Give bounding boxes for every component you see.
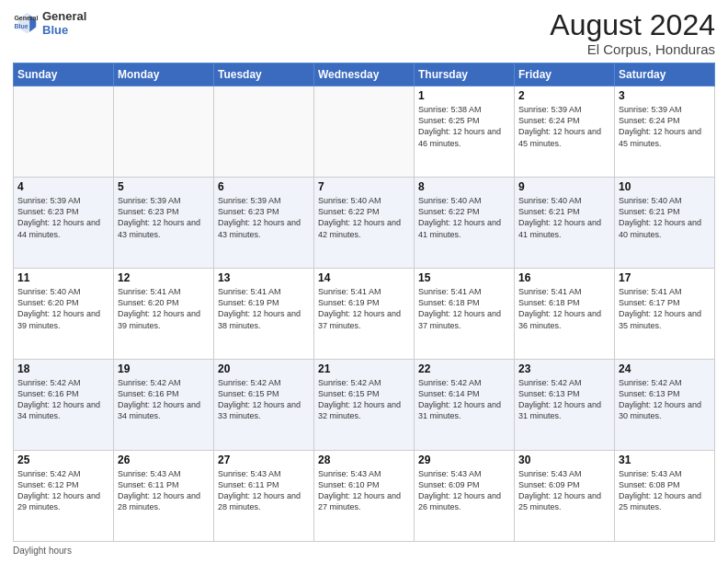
day-info: Sunrise: 5:43 AMSunset: 6:10 PMDaylight:…: [318, 468, 410, 513]
table-row: 17Sunrise: 5:41 AMSunset: 6:17 PMDayligh…: [615, 269, 715, 360]
day-info: Sunrise: 5:39 AMSunset: 6:23 PMDaylight:…: [118, 195, 210, 240]
col-sunday: Sunday: [14, 63, 114, 86]
day-number: 3: [619, 89, 711, 102]
day-info: Sunrise: 5:43 AMSunset: 6:08 PMDaylight:…: [619, 468, 711, 513]
col-wednesday: Wednesday: [314, 63, 415, 86]
day-number: 19: [118, 362, 210, 375]
table-row: 2Sunrise: 5:39 AMSunset: 6:24 PMDaylight…: [515, 86, 615, 178]
table-row: 26Sunrise: 5:43 AMSunset: 6:11 PMDayligh…: [114, 451, 214, 542]
day-info: Sunrise: 5:42 AMSunset: 6:13 PMDaylight:…: [518, 377, 610, 422]
calendar-week-row: 11Sunrise: 5:40 AMSunset: 6:20 PMDayligh…: [14, 269, 715, 360]
day-info: Sunrise: 5:43 AMSunset: 6:11 PMDaylight:…: [218, 468, 310, 513]
table-row: 3Sunrise: 5:39 AMSunset: 6:24 PMDaylight…: [615, 86, 715, 178]
day-info: Sunrise: 5:40 AMSunset: 6:22 PMDaylight:…: [418, 195, 510, 240]
day-info: Sunrise: 5:43 AMSunset: 6:11 PMDaylight:…: [118, 468, 210, 513]
month-title: August 2024: [550, 9, 715, 41]
day-number: 28: [318, 454, 410, 466]
table-row: 25Sunrise: 5:42 AMSunset: 6:12 PMDayligh…: [14, 451, 114, 542]
table-row: 9Sunrise: 5:40 AMSunset: 6:21 PMDaylight…: [515, 178, 615, 269]
table-row: 8Sunrise: 5:40 AMSunset: 6:22 PMDaylight…: [415, 178, 515, 269]
title-area: August 2024 El Corpus, Honduras: [550, 9, 715, 57]
day-number: 10: [619, 180, 711, 193]
day-number: 16: [518, 271, 610, 284]
day-number: 5: [118, 180, 210, 193]
day-number: 23: [518, 362, 610, 375]
calendar-header-row: Sunday Monday Tuesday Wednesday Thursday…: [14, 63, 715, 86]
day-number: 6: [218, 180, 310, 193]
table-row: 27Sunrise: 5:43 AMSunset: 6:11 PMDayligh…: [214, 451, 314, 542]
day-info: Sunrise: 5:42 AMSunset: 6:16 PMDaylight:…: [118, 377, 210, 422]
day-info: Sunrise: 5:41 AMSunset: 6:18 PMDaylight:…: [518, 286, 610, 331]
day-number: 29: [418, 454, 510, 466]
table-row: 23Sunrise: 5:42 AMSunset: 6:13 PMDayligh…: [515, 360, 615, 451]
table-row: 16Sunrise: 5:41 AMSunset: 6:18 PMDayligh…: [515, 269, 615, 360]
day-number: 22: [418, 362, 510, 375]
day-number: 15: [418, 271, 510, 284]
day-info: Sunrise: 5:39 AMSunset: 6:23 PMDaylight:…: [218, 195, 310, 240]
day-number: 31: [619, 454, 711, 466]
day-number: 18: [17, 362, 109, 375]
table-row: 22Sunrise: 5:42 AMSunset: 6:14 PMDayligh…: [415, 360, 515, 451]
calendar-week-row: 4Sunrise: 5:39 AMSunset: 6:23 PMDaylight…: [14, 178, 715, 269]
table-row: 7Sunrise: 5:40 AMSunset: 6:22 PMDaylight…: [314, 178, 415, 269]
table-row: 18Sunrise: 5:42 AMSunset: 6:16 PMDayligh…: [14, 360, 114, 451]
table-row: 15Sunrise: 5:41 AMSunset: 6:18 PMDayligh…: [415, 269, 515, 360]
day-info: Sunrise: 5:43 AMSunset: 6:09 PMDaylight:…: [518, 468, 610, 513]
table-row: [314, 86, 415, 178]
day-info: Sunrise: 5:42 AMSunset: 6:14 PMDaylight:…: [418, 377, 510, 422]
table-row: 14Sunrise: 5:41 AMSunset: 6:19 PMDayligh…: [314, 269, 415, 360]
day-number: 1: [418, 89, 510, 102]
day-info: Sunrise: 5:39 AMSunset: 6:23 PMDaylight:…: [17, 195, 109, 240]
day-info: Sunrise: 5:42 AMSunset: 6:12 PMDaylight:…: [17, 468, 109, 513]
logo: General Blue General Blue: [13, 9, 86, 37]
day-info: Sunrise: 5:40 AMSunset: 6:21 PMDaylight:…: [619, 195, 711, 240]
day-number: 2: [518, 89, 610, 102]
table-row: 30Sunrise: 5:43 AMSunset: 6:09 PMDayligh…: [515, 451, 615, 542]
table-row: 20Sunrise: 5:42 AMSunset: 6:15 PMDayligh…: [214, 360, 314, 451]
table-row: 19Sunrise: 5:42 AMSunset: 6:16 PMDayligh…: [114, 360, 214, 451]
table-row: 31Sunrise: 5:43 AMSunset: 6:08 PMDayligh…: [615, 451, 715, 542]
day-number: 27: [218, 454, 310, 466]
footer: Daylight hours: [13, 546, 715, 556]
day-info: Sunrise: 5:43 AMSunset: 6:09 PMDaylight:…: [418, 468, 510, 513]
table-row: 24Sunrise: 5:42 AMSunset: 6:13 PMDayligh…: [615, 360, 715, 451]
table-row: 29Sunrise: 5:43 AMSunset: 6:09 PMDayligh…: [415, 451, 515, 542]
col-friday: Friday: [515, 63, 615, 86]
daylight-label: Daylight hours: [13, 546, 72, 556]
day-number: 4: [17, 180, 109, 193]
table-row: [14, 86, 114, 178]
table-row: 21Sunrise: 5:42 AMSunset: 6:15 PMDayligh…: [314, 360, 415, 451]
day-number: 17: [619, 271, 711, 284]
table-row: [214, 86, 314, 178]
day-number: 21: [318, 362, 410, 375]
day-info: Sunrise: 5:42 AMSunset: 6:15 PMDaylight:…: [218, 377, 310, 422]
col-tuesday: Tuesday: [214, 63, 314, 86]
table-row: 11Sunrise: 5:40 AMSunset: 6:20 PMDayligh…: [14, 269, 114, 360]
day-number: 7: [318, 180, 410, 193]
day-info: Sunrise: 5:39 AMSunset: 6:24 PMDaylight:…: [518, 104, 610, 149]
day-info: Sunrise: 5:38 AMSunset: 6:25 PMDaylight:…: [418, 104, 510, 149]
day-number: 30: [518, 454, 610, 466]
calendar-table: Sunday Monday Tuesday Wednesday Thursday…: [13, 63, 715, 542]
day-info: Sunrise: 5:42 AMSunset: 6:13 PMDaylight:…: [619, 377, 711, 422]
day-info: Sunrise: 5:42 AMSunset: 6:16 PMDaylight:…: [17, 377, 109, 422]
day-number: 24: [619, 362, 711, 375]
table-row: 13Sunrise: 5:41 AMSunset: 6:19 PMDayligh…: [214, 269, 314, 360]
col-thursday: Thursday: [415, 63, 515, 86]
header: General Blue General Blue August 2024 El…: [13, 9, 715, 57]
table-row: 5Sunrise: 5:39 AMSunset: 6:23 PMDaylight…: [114, 178, 214, 269]
day-number: 11: [17, 271, 109, 284]
day-info: Sunrise: 5:41 AMSunset: 6:17 PMDaylight:…: [619, 286, 711, 331]
day-number: 20: [218, 362, 310, 375]
table-row: [114, 86, 214, 178]
day-info: Sunrise: 5:41 AMSunset: 6:18 PMDaylight:…: [418, 286, 510, 331]
location: El Corpus, Honduras: [550, 41, 715, 57]
logo-icon: General Blue: [13, 10, 39, 36]
day-info: Sunrise: 5:41 AMSunset: 6:19 PMDaylight:…: [318, 286, 410, 331]
day-number: 26: [118, 454, 210, 466]
calendar-week-row: 18Sunrise: 5:42 AMSunset: 6:16 PMDayligh…: [14, 360, 715, 451]
calendar-week-row: 25Sunrise: 5:42 AMSunset: 6:12 PMDayligh…: [14, 451, 715, 542]
page: General Blue General Blue August 2024 El…: [0, 0, 728, 563]
day-info: Sunrise: 5:40 AMSunset: 6:20 PMDaylight:…: [17, 286, 109, 331]
day-number: 8: [418, 180, 510, 193]
